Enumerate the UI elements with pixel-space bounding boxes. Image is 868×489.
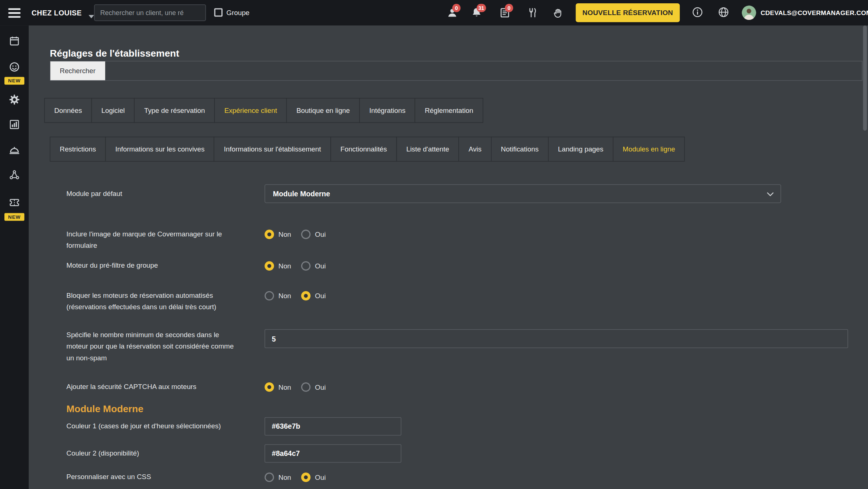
calendar-icon [9, 35, 20, 46]
clients-icon[interactable]: 0 [447, 7, 458, 18]
group-prefilter-radio-non[interactable] [264, 261, 274, 271]
subtab-notifications[interactable]: Notifications [491, 137, 549, 162]
radio-oui-label: Oui [315, 292, 326, 300]
chevron-down-icon [88, 15, 94, 18]
sidebar-item-service[interactable] [9, 144, 20, 156]
sidebar-item-tickets[interactable] [9, 197, 20, 208]
group-checkbox[interactable] [214, 8, 223, 17]
secondary-tabs: Restrictions Informations sur les conviv… [50, 137, 685, 162]
ticket-icon [9, 197, 20, 208]
field-label: Personnaliser avec un CSS [67, 471, 260, 483]
field-label: Module par défaut [67, 184, 260, 203]
notifications-bell-icon[interactable]: 31 [471, 7, 482, 18]
hamburger-icon [8, 8, 21, 10]
block-bots-radio-non[interactable] [264, 291, 274, 301]
group-prefilter-radio-oui[interactable] [301, 261, 311, 271]
tab-type-de-reservation[interactable]: Type de réservation [134, 98, 215, 123]
sidebar-item-integrations[interactable] [9, 169, 20, 181]
settings-search-button[interactable]: Rechercher [50, 61, 105, 80]
service-hand-icon[interactable] [552, 7, 563, 18]
menu-button[interactable] [0, 0, 29, 25]
group-prefilter-radio-group: Non Oui [264, 260, 326, 272]
restaurant-icon[interactable] [527, 7, 538, 18]
topbar: CHEZ LOUISE Groupe 0 31 [0, 0, 868, 25]
reservations-badge: 0 [505, 4, 513, 13]
primary-tabs: Données Logiciel Type de réservation Exp… [44, 98, 483, 123]
radio-non-label: Non [278, 383, 291, 391]
radio-oui-label: Oui [315, 474, 326, 481]
field-label: Couleur 2 (disponibilité) [67, 445, 260, 463]
subtab-restrictions[interactable]: Restrictions [50, 137, 106, 162]
subtab-avis[interactable]: Avis [459, 137, 491, 162]
block-bots-radio-group: Non Oui [264, 290, 326, 302]
page-title: Réglages de l'établissement [50, 47, 179, 59]
sidebar-item-calendar[interactable] [9, 35, 20, 46]
group-label: Groupe [227, 0, 250, 25]
captcha-radio-oui[interactable] [301, 382, 311, 392]
settings-search-input[interactable] [105, 61, 862, 80]
radio-non-label: Non [278, 292, 291, 300]
module-default-select[interactable]: Module Moderne [264, 184, 781, 203]
avatar[interactable] [742, 6, 756, 20]
branding-radio-oui[interactable] [301, 230, 311, 239]
branding-radio-non[interactable] [264, 230, 274, 239]
tab-logiciel[interactable]: Logiciel [91, 98, 135, 123]
custom-css-radio-group: Non Oui [264, 471, 326, 483]
tab-integrations[interactable]: Intégrations [359, 98, 416, 123]
client-search-input[interactable] [94, 4, 206, 21]
field-label: Moteur du pré-filtre de groupe [67, 260, 260, 272]
settings-search-bar: Rechercher [50, 61, 862, 81]
reservations-list-icon[interactable]: 0 [499, 7, 511, 18]
subtab-informations-convives[interactable]: Informations sur les convives [105, 137, 214, 162]
tab-reglementation[interactable]: Réglementation [415, 98, 483, 123]
network-icon [9, 169, 20, 181]
radio-non-label: Non [278, 474, 291, 481]
radio-non-label: Non [278, 231, 291, 238]
language-globe-icon[interactable] [718, 7, 729, 18]
new-reservation-button[interactable]: NOUVELLE RÉSERVATION [576, 3, 680, 22]
app: CHEZ LOUISE Groupe 0 31 [0, 0, 868, 489]
branding-radio-group: Non Oui [264, 229, 326, 240]
tab-experience-client[interactable]: Expérience client [214, 98, 287, 123]
tab-boutique-en-ligne[interactable]: Boutique en ligne [287, 98, 360, 123]
min-seconds-input[interactable] [264, 329, 848, 348]
cloche-icon [9, 144, 20, 156]
captcha-radio-group: Non Oui [264, 381, 326, 393]
bar-chart-icon [9, 119, 20, 130]
field-label: Inclure l'image de marque de Covermanage… [67, 229, 238, 252]
restaurant-selector[interactable]: CHEZ LOUISE [32, 0, 94, 25]
radio-non-label: Non [278, 262, 291, 270]
restaurant-name: CHEZ LOUISE [32, 8, 82, 17]
radio-oui-label: Oui [315, 231, 326, 238]
subtab-landing-pages[interactable]: Landing pages [548, 137, 613, 162]
account-email[interactable]: CDEVALS@COVERMANAGER.COM [761, 0, 868, 25]
color2-input[interactable] [264, 445, 401, 463]
field-label: Bloquer les moteurs de réservation autom… [67, 290, 238, 313]
sidebar-item-reports[interactable] [9, 119, 20, 130]
sidebar-item-settings[interactable] [9, 94, 20, 105]
field-label: Ajouter la sécurité CAPTCHA aux moteurs [67, 381, 260, 393]
scrollbar-thumb[interactable] [863, 25, 867, 131]
captcha-radio-non[interactable] [264, 382, 274, 392]
block-bots-radio-oui[interactable] [301, 291, 311, 301]
radio-oui-label: Oui [315, 262, 326, 270]
color1-input[interactable] [264, 417, 401, 436]
settings-panel: Réglages de l'établissement Rechercher D… [29, 25, 868, 489]
tab-donnees[interactable]: Données [44, 98, 92, 123]
field-label: Couleur 1 (cases de jour et d'heure séle… [67, 417, 260, 436]
subtab-liste-attente[interactable]: Liste d'attente [396, 137, 459, 162]
sidebar-item-experience[interactable] [9, 61, 20, 72]
subtab-modules-en-ligne[interactable]: Modules en ligne [613, 137, 685, 162]
subtab-fonctionnalites[interactable]: Fonctionnalités [330, 137, 397, 162]
new-badge: NEW [4, 77, 24, 85]
select-value: Module Moderne [273, 189, 330, 198]
custom-css-radio-non[interactable] [264, 472, 274, 482]
radio-oui-label: Oui [315, 383, 326, 391]
section-title-module-moderne: Module Moderne [67, 403, 143, 415]
custom-css-radio-oui[interactable] [301, 472, 311, 482]
info-icon[interactable] [692, 7, 703, 18]
subtab-informations-etablissement[interactable]: Informations sur l'établissement [214, 137, 331, 162]
field-label: Spécifie le nombre minimum de secondes d… [67, 329, 238, 364]
smiley-icon [9, 61, 20, 72]
notifications-badge: 31 [477, 4, 486, 13]
